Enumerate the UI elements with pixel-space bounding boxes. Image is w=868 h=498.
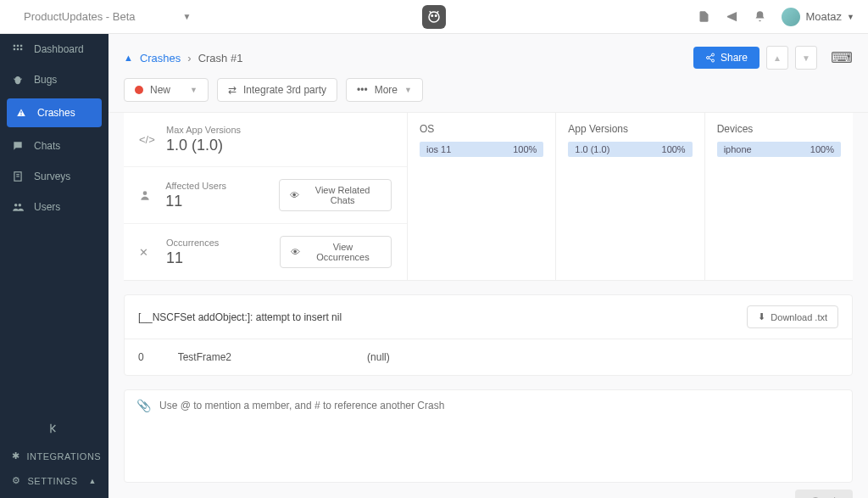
action-label: View Occurrences (305, 242, 381, 262)
megaphone-icon[interactable] (726, 10, 738, 23)
caret-down-icon: ▼ (404, 86, 412, 94)
dashboard-icon (12, 43, 25, 55)
bug-logo-icon (422, 5, 446, 29)
sidebar-label: Users (34, 201, 60, 213)
svg-point-11 (15, 76, 21, 84)
bar-pct: 100% (810, 144, 834, 154)
gear-icon: ✱ (12, 450, 20, 462)
status-dropdown[interactable]: New ▼ (124, 78, 209, 102)
sidebar-item-chats[interactable]: Chats (0, 131, 108, 161)
sidebar: Dashboard Bugs Crashes Chats Surveys (0, 34, 108, 498)
svg-line-23 (709, 59, 712, 60)
user-menu[interactable]: Moataz ▼ (782, 8, 854, 26)
stat-app-versions: App Versions 1.0 (1.0) 100% (556, 113, 704, 280)
prev-button[interactable]: ▲ (766, 46, 788, 70)
sidebar-item-dashboard[interactable]: Dashboard (0, 34, 108, 64)
sidebar-item-surveys[interactable]: Surveys (0, 161, 108, 192)
breadcrumb-current: Crash #1 (198, 52, 243, 64)
stat-os: OS ios 11 100% (408, 113, 556, 280)
avatar (782, 8, 800, 26)
caret-down-icon: ▼ (847, 13, 854, 21)
bug-icon (12, 74, 25, 86)
bar-name: 1.0 (1.0) (575, 144, 609, 154)
sidebar-item-bugs[interactable]: Bugs (0, 64, 108, 95)
settings-label: SETTINGS (28, 476, 78, 486)
topbar: ProductUpdates - Beta ▼ Moataz ▼ (0, 0, 868, 34)
more-button[interactable]: ••• More ▼ (346, 78, 423, 102)
sidebar-item-users[interactable]: Users (0, 192, 108, 222)
stat-bar: ios 11 100% (420, 142, 543, 157)
svg-point-20 (706, 57, 709, 59)
error-row: 0 TestFrame2 (null) (125, 339, 852, 375)
share-icon (705, 53, 715, 63)
stat-value: 11 (166, 249, 268, 267)
sidebar-item-crashes[interactable]: Crashes (7, 98, 102, 127)
app-logo[interactable] (422, 5, 446, 29)
send-button[interactable]: Send (795, 490, 853, 498)
stat-value: 1.0 (1.0) (166, 137, 268, 154)
download-txt-button[interactable]: ⬇ Download .txt (747, 305, 838, 328)
sidebar-collapse-button[interactable] (0, 413, 108, 444)
download-icon: ⬇ (758, 311, 765, 322)
svg-point-19 (711, 53, 714, 56)
sidebar-label: Chats (34, 140, 60, 152)
row-frame: TestFrame2 (178, 351, 231, 363)
close-icon: ✕ (139, 246, 154, 259)
bell-icon[interactable] (754, 10, 766, 23)
svg-point-1 (431, 14, 433, 16)
bar-pct: 100% (513, 144, 537, 154)
more-label: More (375, 84, 398, 96)
stat-devices: Devices iphone 100% (705, 113, 853, 280)
sidebar-label: Bugs (34, 74, 57, 86)
sidebar-settings[interactable]: ⚙ SETTINGS ▲ (0, 468, 108, 493)
col-header: Devices (717, 123, 841, 135)
eye-icon: 👁 (290, 190, 299, 200)
status-label: New (150, 84, 170, 96)
svg-line-22 (709, 55, 712, 57)
bar-name: iphone (724, 144, 752, 154)
share-button[interactable]: Share (693, 47, 760, 69)
view-occurrences-button[interactable]: 👁 View Occurrences (280, 236, 392, 268)
comment-box: 📎 (124, 389, 853, 483)
svg-rect-10 (20, 48, 22, 50)
users-icon (12, 201, 25, 213)
warning-icon (15, 107, 29, 119)
main-content: ▲ Crashes › Crash #1 Share ▲ ▼ ⌨ (108, 34, 868, 498)
survey-icon (12, 171, 25, 182)
breadcrumb-root[interactable]: Crashes (140, 52, 181, 64)
status-dot-icon (135, 86, 143, 94)
stats-section: </> Max App Versions 1.0 (1.0) Affected … (124, 113, 853, 281)
col-header: OS (420, 123, 543, 135)
stat-value: 11 (165, 193, 267, 210)
view-chats-button[interactable]: 👁 View Related Chats (279, 179, 392, 211)
caret-down-icon: ▼ (183, 12, 192, 21)
stat-bar: iphone 100% (717, 142, 841, 157)
document-icon[interactable] (698, 10, 710, 23)
link-icon: ⇄ (228, 84, 236, 96)
col-header: App Versions (568, 123, 692, 135)
keyboard-icon[interactable]: ⌨ (831, 47, 853, 69)
comment-input[interactable] (159, 400, 840, 411)
breadcrumb: ▲ Crashes › Crash #1 (124, 52, 242, 64)
product-dropdown[interactable]: ProductUpdates - Beta ▼ (24, 10, 191, 23)
sidebar-integrations[interactable]: ✱ INTEGRATIONS (0, 444, 108, 468)
svg-point-0 (429, 12, 439, 22)
share-label: Share (721, 52, 748, 64)
stat-bar: 1.0 (1.0) 100% (568, 142, 692, 157)
stat-max-versions: </> Max App Versions 1.0 (1.0) (124, 113, 407, 167)
eye-icon: 👁 (291, 247, 300, 257)
dots-icon: ••• (357, 84, 368, 96)
breadcrumb-separator: › (187, 52, 191, 64)
attachment-icon[interactable]: 📎 (136, 399, 151, 412)
error-title: [__NSCFSet addObject:]: attempt to inser… (138, 311, 342, 323)
svg-rect-8 (14, 48, 15, 50)
integrate-button[interactable]: ⇄ Integrate 3rd party (217, 78, 337, 102)
caret-down-icon: ▼ (190, 86, 198, 94)
svg-rect-7 (20, 45, 22, 47)
bar-name: ios 11 (426, 144, 451, 154)
bar-pct: 100% (662, 144, 686, 154)
product-name: ProductUpdates - Beta (24, 10, 136, 23)
next-button[interactable]: ▼ (795, 46, 817, 70)
chat-icon (12, 140, 25, 152)
row-value: (null) (367, 351, 390, 363)
